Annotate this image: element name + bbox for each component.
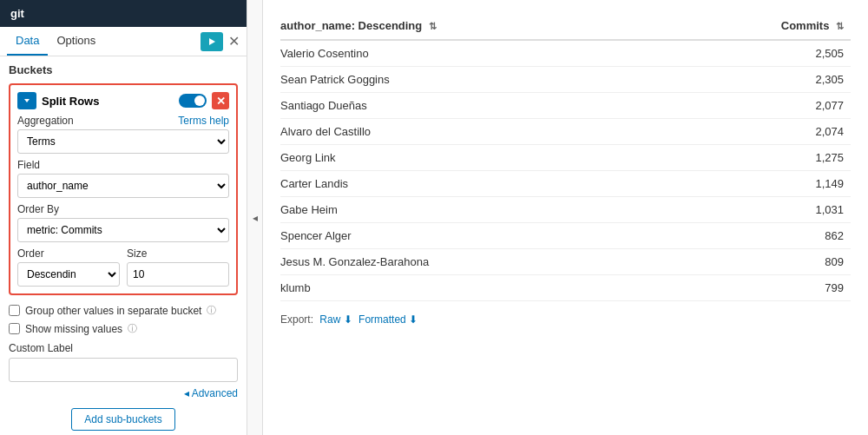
order-by-row: Order By metric: Commits <box>17 203 229 242</box>
cell-commits: 2,074 <box>680 119 851 145</box>
cell-name: Carter Landis <box>280 171 680 197</box>
run-button[interactable] <box>201 32 223 51</box>
export-label: Export: <box>280 313 313 326</box>
main-content: author_name: Descending ⇅ Commits ⇅ Vale… <box>263 0 868 435</box>
show-missing-row: Show missing values ⓘ <box>9 322 238 335</box>
cell-commits: 2,305 <box>680 67 851 93</box>
aggregation-row: Aggregation Terms help Terms <box>17 115 229 154</box>
order-col: Order Descendin Ascending <box>17 247 120 287</box>
size-input[interactable] <box>127 262 229 287</box>
order-by-label: Order By <box>17 203 59 215</box>
table-row: Santiago Dueñas 2,077 <box>280 93 851 119</box>
table-body: Valerio Cosentino 2,505 Sean Patrick Gog… <box>280 40 851 301</box>
bucket-header: Split Rows ✕ <box>17 92 229 109</box>
cell-name: Alvaro del Castillo <box>280 119 680 145</box>
group-other-checkbox[interactable] <box>9 305 20 316</box>
order-label: Order <box>17 247 120 260</box>
cell-commits: 809 <box>680 249 851 275</box>
cell-name: Sean Patrick Goggins <box>280 67 680 93</box>
add-sub-buckets-container: Add sub-buckets <box>9 408 238 431</box>
add-sub-buckets-button[interactable]: Add sub-buckets <box>71 408 174 431</box>
export-raw-link[interactable]: Raw ⬇ <box>319 313 355 326</box>
show-missing-checkbox[interactable] <box>9 323 20 334</box>
size-col: Size <box>127 247 229 287</box>
tab-options[interactable]: Options <box>48 27 104 56</box>
terms-help-link[interactable]: Terms help <box>178 115 229 127</box>
advanced-link[interactable]: ◂ Advanced <box>9 387 238 399</box>
author-sort-icon: ⇅ <box>429 21 437 31</box>
field-row: Field author_name <box>17 159 229 198</box>
play-icon <box>207 37 216 46</box>
bucket-toggle-switch[interactable] <box>179 94 207 108</box>
cell-name: Santiago Dueñas <box>280 93 680 119</box>
export-formatted-link[interactable]: Formatted ⬇ <box>358 313 418 326</box>
bucket-collapse-button[interactable] <box>17 92 36 109</box>
col-header-commits[interactable]: Commits ⇅ <box>680 14 851 40</box>
close-button[interactable]: ✕ <box>228 33 240 49</box>
tab-data[interactable]: Data <box>7 27 48 56</box>
group-other-row: Group other values in separate bucket ⓘ <box>9 304 238 317</box>
cell-commits: 1,149 <box>680 171 851 197</box>
cell-name: Valerio Cosentino <box>280 40 680 67</box>
collapse-panel[interactable]: ◂ <box>247 0 263 435</box>
commits-sort-icon: ⇅ <box>836 21 844 31</box>
custom-label-section: Custom Label <box>9 342 238 382</box>
aggregation-select[interactable]: Terms <box>17 129 229 154</box>
cell-commits: 862 <box>680 223 851 249</box>
cell-name: Spencer Alger <box>280 223 680 249</box>
field-label: Field <box>17 159 40 171</box>
col-header-author[interactable]: author_name: Descending ⇅ <box>280 14 680 40</box>
cell-name: klumb <box>280 275 680 301</box>
field-select[interactable]: author_name <box>17 174 229 198</box>
cell-commits: 1,031 <box>680 197 851 223</box>
table-header-row: author_name: Descending ⇅ Commits ⇅ <box>280 14 851 40</box>
order-size-row: Order Descendin Ascending Size <box>17 247 229 287</box>
cell-commits: 2,505 <box>680 40 851 67</box>
table-row: Jesus M. Gonzalez-Barahona 809 <box>280 249 851 275</box>
table-row: Spencer Alger 862 <box>280 223 851 249</box>
bucket-delete-button[interactable]: ✕ <box>212 92 229 109</box>
table-row: Gabe Heim 1,031 <box>280 197 851 223</box>
bucket-box: Split Rows ✕ Aggregation Terms help <box>9 83 238 295</box>
sidebar: git Data Options ✕ Buckets <box>0 0 247 435</box>
show-missing-label: Show missing values <box>25 323 122 335</box>
collapse-icon: ◂ <box>253 212 258 224</box>
sidebar-content: Buckets Split Rows ✕ <box>0 56 247 435</box>
table-row: Alvaro del Castillo 2,074 <box>280 119 851 145</box>
order-select[interactable]: Descendin Ascending <box>17 262 120 287</box>
app-title: git <box>0 0 247 27</box>
bucket-title: Split Rows <box>42 95 174 108</box>
size-label: Size <box>127 247 229 260</box>
bucket-chevron-icon <box>23 97 30 104</box>
show-missing-info-icon: ⓘ <box>128 322 137 335</box>
buckets-label: Buckets <box>9 63 238 76</box>
svg-marker-1 <box>24 99 30 102</box>
export-row: Export: Raw ⬇ Formatted ⬇ <box>280 313 851 326</box>
order-by-select[interactable]: metric: Commits <box>17 218 229 242</box>
table-row: Sean Patrick Goggins 2,305 <box>280 67 851 93</box>
table-row: Valerio Cosentino 2,505 <box>280 40 851 67</box>
table-row: klumb 799 <box>280 275 851 301</box>
group-other-label: Group other values in separate bucket <box>25 305 201 317</box>
custom-label-title: Custom Label <box>9 342 238 354</box>
cell-name: Jesus M. Gonzalez-Barahona <box>280 249 680 275</box>
tab-actions: ✕ <box>201 32 240 51</box>
group-other-info-icon: ⓘ <box>207 304 216 317</box>
aggregation-label: Aggregation <box>17 115 74 127</box>
data-table: author_name: Descending ⇅ Commits ⇅ Vale… <box>280 14 851 301</box>
cell-commits: 2,077 <box>680 93 851 119</box>
table-row: Georg Link 1,275 <box>280 145 851 171</box>
svg-marker-0 <box>209 38 215 45</box>
cell-commits: 799 <box>680 275 851 301</box>
cell-name: Gabe Heim <box>280 197 680 223</box>
sidebar-tabs: Data Options ✕ <box>0 27 247 56</box>
cell-commits: 1,275 <box>680 145 851 171</box>
table-row: Carter Landis 1,149 <box>280 171 851 197</box>
custom-label-input[interactable] <box>9 358 238 382</box>
cell-name: Georg Link <box>280 145 680 171</box>
app-title-text: git <box>10 7 24 20</box>
